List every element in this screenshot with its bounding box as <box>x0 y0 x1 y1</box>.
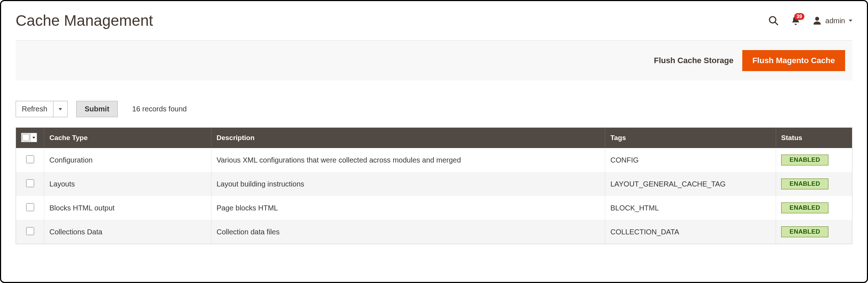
cell-status: ENABLED <box>776 196 852 220</box>
records-found-label: 16 records found <box>132 105 187 113</box>
mass-action-label: Refresh <box>16 101 53 117</box>
cell-description: Various XML configurations that were col… <box>211 148 605 172</box>
header-tags[interactable]: Tags <box>605 128 776 148</box>
row-select-cell <box>16 172 44 196</box>
row-checkbox[interactable] <box>26 227 34 235</box>
svg-line-1 <box>775 22 778 25</box>
row-select-cell <box>16 196 44 220</box>
status-badge: ENABLED <box>781 155 828 165</box>
cell-tags: CONFIG <box>605 148 776 172</box>
row-checkbox[interactable] <box>26 155 34 163</box>
cache-grid: Cache Type Description Tags Status Confi… <box>16 127 852 244</box>
cell-cache-type: Collections Data <box>44 220 211 244</box>
header-cache-type[interactable]: Cache Type <box>44 128 211 148</box>
table-row[interactable]: LayoutsLayout building instructionsLAYOU… <box>16 172 852 196</box>
cell-cache-type: Layouts <box>44 172 211 196</box>
cell-tags: COLLECTION_DATA <box>605 220 776 244</box>
cell-tags: BLOCK_HTML <box>605 196 776 220</box>
flush-cache-storage-button[interactable]: Flush Cache Storage <box>654 56 734 65</box>
user-icon <box>812 16 822 25</box>
grid-toolbar: Refresh Submit 16 records found <box>16 101 852 117</box>
header-status[interactable]: Status <box>776 128 852 148</box>
notifications-icon[interactable]: 39 <box>791 15 801 26</box>
page-title: Cache Management <box>16 12 153 29</box>
notification-count-badge: 39 <box>794 13 804 20</box>
status-badge: ENABLED <box>781 226 828 237</box>
caret-down-icon <box>58 108 62 110</box>
row-select-cell <box>16 148 44 172</box>
cell-description: Page blocks HTML <box>211 196 605 220</box>
table-header-row: Cache Type Description Tags Status <box>16 128 852 148</box>
row-checkbox[interactable] <box>26 179 34 187</box>
row-checkbox[interactable] <box>26 203 34 211</box>
page-header: Cache Management 39 admin <box>16 12 852 29</box>
mass-action-toggle[interactable] <box>53 101 67 117</box>
header-actions: 39 admin <box>768 15 852 26</box>
cell-tags: LAYOUT_GENERAL_CACHE_TAG <box>605 172 776 196</box>
header-select-all <box>16 128 44 148</box>
caret-down-icon <box>32 137 35 139</box>
action-bar: Flush Cache Storage Flush Magento Cache <box>16 40 852 81</box>
status-badge: ENABLED <box>781 179 828 189</box>
status-badge: ENABLED <box>781 202 828 213</box>
table-row[interactable]: ConfigurationVarious XML configurations … <box>16 148 852 172</box>
account-label: admin <box>825 17 845 25</box>
flush-magento-cache-button[interactable]: Flush Magento Cache <box>742 50 845 71</box>
submit-button[interactable]: Submit <box>76 101 118 117</box>
mass-action-select[interactable]: Refresh <box>16 101 68 117</box>
cell-cache-type: Configuration <box>44 148 211 172</box>
cell-description: Layout building instructions <box>211 172 605 196</box>
search-icon[interactable] <box>768 15 779 26</box>
cell-status: ENABLED <box>776 172 852 196</box>
cell-description: Collection data files <box>211 220 605 244</box>
header-description[interactable]: Description <box>211 128 605 148</box>
table-row[interactable]: Collections DataCollection data filesCOL… <box>16 220 852 244</box>
select-all-checkbox[interactable] <box>22 134 29 141</box>
chevron-down-icon <box>849 20 852 22</box>
account-menu[interactable]: admin <box>812 16 852 25</box>
select-all-menu-toggle[interactable] <box>30 133 37 142</box>
row-select-cell <box>16 220 44 244</box>
cell-cache-type: Blocks HTML output <box>44 196 211 220</box>
table-row[interactable]: Blocks HTML outputPage blocks HTMLBLOCK_… <box>16 196 852 220</box>
cell-status: ENABLED <box>776 220 852 244</box>
cell-status: ENABLED <box>776 148 852 172</box>
